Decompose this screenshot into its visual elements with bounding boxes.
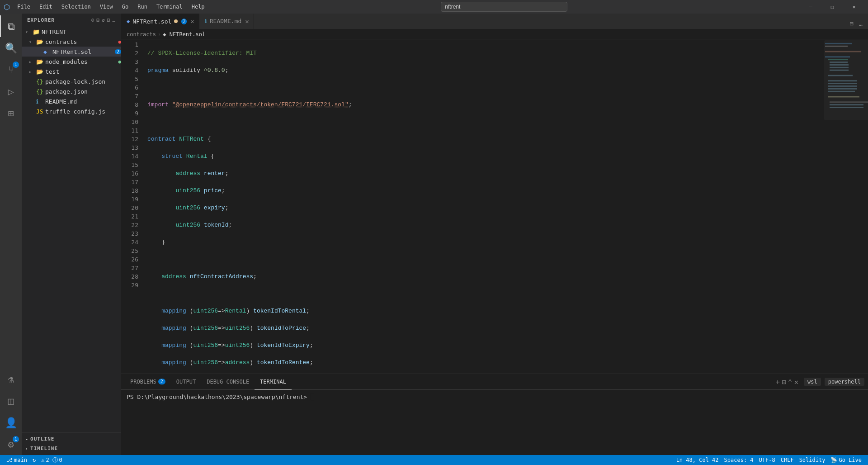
tab-actions: ⊟ …: [848, 18, 868, 29]
menu-terminal[interactable]: Terminal: [153, 3, 186, 11]
output-label: OUTPUT: [176, 379, 196, 385]
tab-close-button[interactable]: ✕: [189, 17, 195, 26]
chevron-down-icon: ▾: [25, 29, 33, 34]
encoding-status[interactable]: UTF-8: [756, 455, 778, 465]
new-terminal-icon[interactable]: +: [776, 378, 780, 386]
app-icon: ⬡: [4, 3, 10, 11]
new-file-icon[interactable]: ⊕: [91, 17, 95, 23]
activity-search[interactable]: 🔍: [0, 37, 22, 59]
panel-tab-output[interactable]: OUTPUT: [171, 374, 201, 390]
sol-file-icon: ◆: [43, 48, 51, 55]
sidebar-title: EXPLORER: [27, 17, 55, 23]
activity-debug[interactable]: ▷: [0, 81, 22, 102]
files-icon: ⧉: [8, 21, 15, 32]
language-mode-status[interactable]: Solidity: [797, 455, 828, 465]
panel-tab-terminal[interactable]: TERMINAL: [255, 374, 292, 390]
refresh-icon[interactable]: ↺: [102, 17, 105, 23]
tree-root-nftrent[interactable]: ▾ 📁 NFTRENT: [22, 27, 121, 37]
minimize-button[interactable]: ─: [800, 0, 821, 14]
activity-source-control[interactable]: ⑂ 1: [0, 59, 22, 81]
activity-accounts[interactable]: 👤: [0, 412, 22, 433]
collapse-icon[interactable]: ⊟: [107, 17, 111, 23]
menu-run[interactable]: Run: [134, 3, 151, 11]
tree-label-node-modules: node_modules: [45, 58, 116, 65]
problems-label: PROBLEMS: [130, 379, 156, 385]
folder-icon: 📂: [36, 38, 43, 45]
problems-badge: 2: [115, 49, 121, 54]
terminal-cursor: █: [311, 394, 314, 400]
panel-tab-problems[interactable]: PROBLEMS 2: [125, 374, 171, 390]
tree-root-label: NFTRENT: [42, 28, 121, 35]
window-controls: ─ □ ✕: [800, 0, 864, 14]
close-panel-icon[interactable]: ✕: [794, 378, 798, 386]
terminal-content[interactable]: PS D:\Playground\hackathons\2023\spacewa…: [121, 390, 868, 455]
line-ending-status[interactable]: CRLF: [778, 455, 797, 465]
tab-nftrent-sol[interactable]: ◆ NFTRent.sol 2 ✕: [121, 14, 199, 29]
more-tabs-icon[interactable]: …: [857, 18, 864, 29]
breadcrumb-sep-1: ›: [158, 31, 161, 38]
activity-extensions[interactable]: ⊞: [0, 102, 22, 124]
code-content[interactable]: // SPDX-License-Identifier: MIT pragma s…: [144, 39, 823, 374]
spacer: [29, 79, 36, 84]
error-dot: ●: [118, 39, 121, 45]
activity-bar: ⧉ 🔍 ⑂ 1 ▷ ⊞ ⚗ ◫ 👤 ⚙ 1: [0, 14, 22, 455]
info-count: 0: [59, 457, 62, 463]
tab-close-readme-button[interactable]: ✕: [244, 17, 250, 26]
breadcrumb-contracts[interactable]: contracts: [127, 31, 156, 38]
tree-item-readme[interactable]: ℹ README.md: [22, 96, 121, 106]
indentation-status[interactable]: Spaces: 4: [722, 455, 756, 465]
tab-readme[interactable]: ℹ README.md ✕: [199, 14, 254, 29]
sidebar-header: EXPLORER ⊕ ⊡ ↺ ⊟ …: [22, 14, 121, 27]
split-terminal-icon[interactable]: ⊟: [782, 378, 786, 386]
problems-status[interactable]: ⚠ 2 ⓘ 0: [38, 455, 65, 465]
tree-label-package-json: package.json: [45, 88, 121, 95]
more-actions-icon[interactable]: …: [112, 17, 116, 23]
cursor-position-status[interactable]: Ln 48, Col 42: [674, 455, 722, 465]
menu-help[interactable]: Help: [188, 3, 208, 11]
tree-item-node-modules[interactable]: ▸ 📂 node_modules ●: [22, 57, 121, 66]
info-icon: ⓘ: [52, 456, 58, 464]
file-tree: ▾ 📁 NFTRENT ▾ 📂 contracts ● ◆ NFTRent.so…: [22, 27, 121, 432]
split-editor-icon[interactable]: ⊟: [848, 18, 855, 29]
settings-badge: 1: [13, 436, 19, 442]
close-button[interactable]: ✕: [844, 0, 864, 14]
new-folder-icon[interactable]: ⊡: [97, 17, 100, 23]
menu-file[interactable]: File: [14, 3, 34, 11]
tree-item-package-json[interactable]: {} package.json: [22, 86, 121, 96]
timeline-section[interactable]: ▸ TIMELINE: [22, 444, 121, 453]
tree-item-contracts[interactable]: ▾ 📂 contracts ●: [22, 37, 121, 47]
panel-tab-debug-console[interactable]: DEBUG CONSOLE: [201, 374, 255, 390]
tree-item-truffle-config[interactable]: JS truffle-config.js: [22, 106, 121, 116]
go-live-status[interactable]: 📡 Go Live: [828, 455, 864, 465]
breadcrumb-file[interactable]: ◆ NFTRent.sol: [163, 31, 205, 38]
tree-item-package-lock[interactable]: {} package-lock.json: [22, 76, 121, 86]
go-live-text: Go Live: [839, 457, 862, 463]
powershell-session[interactable]: powershell: [825, 378, 864, 386]
git-branch-status[interactable]: ⎇ main: [4, 455, 30, 465]
maximize-panel-icon[interactable]: ⌃: [788, 378, 793, 386]
main-layout: ⧉ 🔍 ⑂ 1 ▷ ⊞ ⚗ ◫ 👤 ⚙ 1 EXPLO: [0, 14, 868, 455]
tree-item-nftrent-sol[interactable]: ◆ NFTRent.sol 2: [22, 47, 121, 57]
timeline-label: TIMELINE: [30, 446, 58, 451]
status-bar: ⎇ main ↻ ⚠ 2 ⓘ 0 Ln 48, Col 42 Spaces: 4…: [0, 455, 868, 465]
menu-go[interactable]: Go: [118, 3, 132, 11]
tree-item-test[interactable]: ▸ 📂 test: [22, 66, 121, 76]
search-input[interactable]: [441, 2, 567, 12]
activity-remote[interactable]: ◫: [0, 390, 22, 412]
menu-edit[interactable]: Edit: [36, 3, 56, 11]
menu-view[interactable]: View: [96, 3, 117, 11]
sync-status[interactable]: ↻: [30, 455, 38, 465]
tree-label-test: test: [45, 68, 121, 75]
wsl-session[interactable]: wsl: [804, 378, 821, 386]
activity-explorer[interactable]: ⧉: [0, 15, 22, 37]
menu-selection[interactable]: Selection: [58, 3, 94, 11]
activity-testing[interactable]: ⚗: [0, 368, 22, 390]
activity-settings[interactable]: ⚙ 1: [0, 433, 22, 455]
sol-icon: ◆: [127, 18, 130, 24]
tree-label-nftrent-sol: NFTRent.sol: [52, 48, 113, 55]
outline-section[interactable]: ▸ OUTLINE: [22, 434, 121, 444]
maximize-button[interactable]: □: [822, 0, 843, 14]
js-file-icon: JS: [36, 108, 43, 115]
line-ending-text: CRLF: [781, 457, 794, 463]
source-control-badge: 1: [13, 62, 19, 68]
